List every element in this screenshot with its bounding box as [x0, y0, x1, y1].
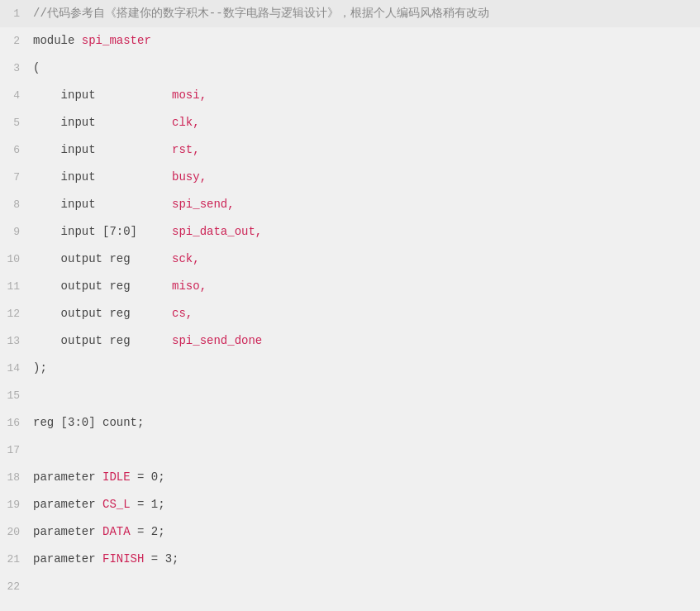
code-line: 15	[0, 382, 700, 409]
code-line: 5 input clk,	[0, 109, 700, 136]
line-content: output reg sck,	[33, 247, 700, 270]
line-content: );	[33, 356, 700, 379]
line-content: input [7:0] spi_data_out,	[33, 220, 700, 243]
token: mosi,	[172, 88, 207, 102]
token: DATA	[102, 525, 131, 538]
line-number: 1	[0, 2, 33, 26]
code-line: 4 input mosi,	[0, 82, 700, 109]
line-number: 19	[0, 494, 33, 517]
token: parameter	[33, 470, 102, 484]
code-line: 21parameter FINISH = 3;	[0, 546, 700, 573]
code-line: 11 output reg miso,	[0, 273, 700, 300]
line-number: 15	[0, 384, 33, 408]
line-content: parameter DATA = 2;	[33, 520, 700, 543]
token: spi_master	[82, 34, 151, 47]
line-number: 3	[0, 57, 33, 80]
token: output reg	[33, 252, 172, 265]
line-number: 14	[0, 357, 33, 380]
token: clk,	[172, 116, 200, 129]
line-content: (	[33, 56, 700, 79]
code-line: 18parameter IDLE = 0;	[0, 464, 700, 491]
line-content: input spi_send,	[33, 193, 700, 216]
code-line: 19parameter CS_L = 1;	[0, 491, 700, 518]
token: CS_L	[102, 498, 131, 511]
code-line: 8 input spi_send,	[0, 191, 700, 218]
line-content: parameter FINISH = 3;	[33, 547, 700, 570]
line-number: 10	[0, 248, 33, 271]
line-number: 7	[0, 166, 33, 189]
token: output reg	[33, 307, 172, 320]
token: //代码参考自《搭建你的数字积木--数字电路与逻辑设计》，根据个人编码风格稍有改…	[33, 7, 489, 20]
line-content: output reg miso,	[33, 274, 700, 298]
code-line: 3(	[0, 55, 700, 82]
line-number: 21	[0, 548, 33, 571]
code-line: 12 output reg cs,	[0, 300, 700, 327]
code-line: 10 output reg sck,	[0, 246, 700, 273]
token: input	[33, 116, 172, 129]
token: FINISH	[102, 552, 144, 566]
line-number: 5	[0, 112, 33, 135]
line-content: input busy,	[33, 165, 700, 189]
token: input	[33, 170, 172, 184]
code-line: 14);	[0, 355, 700, 382]
code-line: 7 input busy,	[0, 164, 700, 191]
line-content: input mosi,	[33, 84, 700, 107]
line-content: input clk,	[33, 111, 700, 134]
line-number: 9	[0, 221, 33, 244]
line-number: 4	[0, 84, 33, 107]
code-line: 16reg [3:0] count;	[0, 409, 700, 437]
token: IDLE	[102, 470, 131, 484]
token: busy,	[172, 170, 207, 184]
token: output reg	[33, 334, 172, 347]
token: input	[33, 143, 172, 156]
line-number: 2	[0, 30, 33, 53]
token: input	[33, 198, 172, 211]
token: module	[33, 34, 82, 47]
line-number: 18	[0, 466, 33, 489]
code-line: 2module spi_master	[0, 27, 700, 55]
token: (	[33, 61, 40, 74]
line-number: 20	[0, 521, 33, 544]
line-content	[33, 575, 700, 598]
token: sck,	[172, 252, 200, 265]
line-number: 17	[0, 439, 33, 462]
token: = 2;	[131, 525, 165, 538]
token: spi_data_out,	[172, 225, 262, 238]
line-content	[33, 438, 700, 461]
line-content	[33, 384, 700, 407]
line-content: input rst,	[33, 138, 700, 161]
code-line: 1//代码参考自《搭建你的数字积木--数字电路与逻辑设计》，根据个人编码风格稍有…	[0, 0, 700, 27]
line-number: 8	[0, 193, 33, 217]
token: parameter	[33, 525, 102, 538]
token: = 1;	[131, 498, 165, 511]
token: input [7:0]	[33, 225, 172, 238]
code-line: 17	[0, 437, 700, 464]
line-content: output reg cs,	[33, 302, 700, 325]
code-line: 22	[0, 573, 700, 600]
line-number: 22	[0, 575, 33, 599]
line-content: output reg spi_send_done	[33, 329, 700, 352]
line-content: module spi_master	[33, 29, 700, 52]
token: parameter	[33, 498, 102, 511]
token: parameter	[33, 552, 102, 566]
code-line: 9 input [7:0] spi_data_out,	[0, 218, 700, 246]
line-number: 16	[0, 412, 33, 435]
token: );	[33, 361, 47, 375]
token: rst,	[172, 143, 200, 156]
line-content: parameter CS_L = 1;	[33, 493, 700, 516]
token: output reg	[33, 279, 172, 293]
token: cs,	[172, 307, 193, 320]
token: reg [3:0] count;	[33, 416, 144, 429]
code-editor: 1//代码参考自《搭建你的数字积木--数字电路与逻辑设计》，根据个人编码风格稍有…	[0, 0, 700, 611]
token: input	[33, 88, 172, 102]
token: spi_send,	[172, 198, 235, 211]
code-line: 13 output reg spi_send_done	[0, 327, 700, 355]
line-number: 12	[0, 303, 33, 326]
line-content: parameter IDLE = 0;	[33, 465, 700, 489]
line-content: //代码参考自《搭建你的数字积木--数字电路与逻辑设计》，根据个人编码风格稍有改…	[33, 2, 700, 25]
token: = 0;	[131, 470, 165, 484]
code-line: 20parameter DATA = 2;	[0, 518, 700, 546]
line-number: 6	[0, 139, 33, 162]
token: spi_send_done	[172, 334, 262, 347]
token: = 3;	[144, 552, 179, 566]
